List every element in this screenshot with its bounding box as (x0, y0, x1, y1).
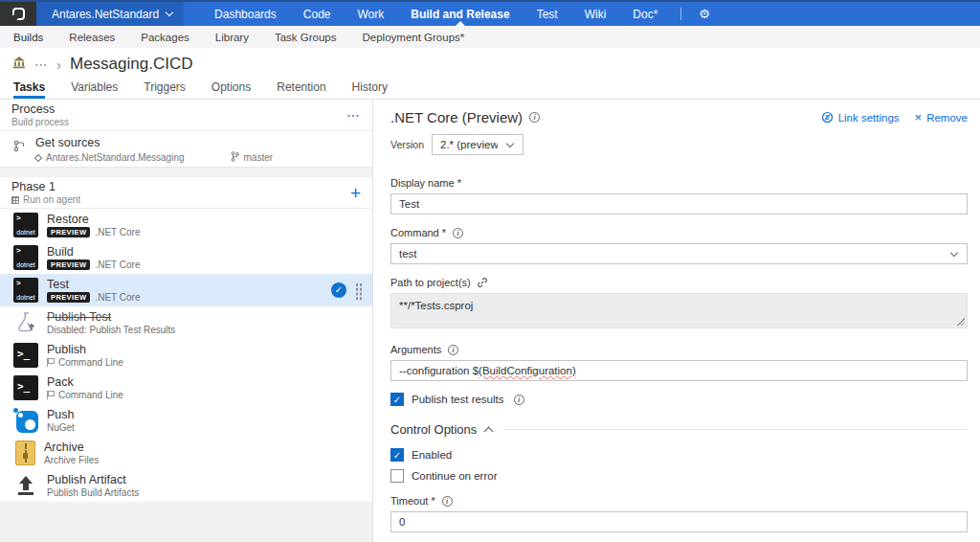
info-icon[interactable]: i (514, 395, 524, 405)
top-navigation-bar: Antares.NetStandard Dashboards Code Work… (0, 0, 980, 26)
link-settings-button[interactable]: Link settings (821, 111, 900, 124)
section-divider (503, 429, 968, 430)
command-label: Command * (390, 227, 446, 238)
source-control-icon (13, 139, 26, 156)
repository-name: Antares.NetStandard.Messaging (46, 152, 185, 163)
info-icon[interactable]: i (448, 345, 458, 355)
arguments-input[interactable]: --configuration $(BuildConfiguration) (390, 360, 968, 381)
task-row-build[interactable]: >dotnet Build PREVIEW .NET Core (0, 241, 372, 274)
task-title: Test (47, 278, 140, 291)
task-title: Restore (47, 213, 140, 226)
hub-deployment-groups[interactable]: Deployment Groups* (363, 32, 465, 43)
add-task-button[interactable]: + (350, 184, 361, 202)
tab-retention[interactable]: Retention (277, 80, 325, 99)
enabled-checkbox[interactable]: ✓ (390, 448, 404, 462)
timeout-input[interactable] (390, 511, 968, 532)
nav-code[interactable]: Code (290, 2, 345, 26)
hub-packages[interactable]: Packages (141, 32, 189, 43)
command-select[interactable]: test (390, 243, 968, 264)
hub-releases[interactable]: Releases (69, 32, 115, 43)
process-menu-icon[interactable]: ⋯ (346, 107, 361, 123)
link-icon (821, 111, 834, 124)
agent-icon (11, 196, 19, 204)
branch-name: master (244, 152, 274, 163)
tab-variables[interactable]: Variables (71, 80, 118, 99)
flag-icon (47, 358, 54, 367)
pipeline-outline-panel: Process Build process ⋯ Get sources Anta… (0, 100, 372, 542)
nav-divider (680, 8, 681, 20)
test-flask-icon (13, 310, 38, 335)
phase-node[interactable]: Phase 1 Run on agent + (0, 177, 372, 209)
hub-task-groups[interactable]: Task Groups (275, 32, 337, 43)
nav-work[interactable]: Work (344, 2, 397, 26)
hub-library[interactable]: Library (215, 32, 249, 43)
info-icon[interactable]: i (453, 228, 463, 238)
selected-check-icon: ✓ (331, 282, 346, 298)
nav-doc[interactable]: Doc* (619, 2, 671, 26)
gear-icon[interactable]: ⚙ (691, 2, 718, 26)
nav-test[interactable]: Test (523, 2, 571, 26)
task-title: Archive (44, 440, 99, 454)
publish-test-results-checkbox[interactable]: ✓ (390, 393, 404, 406)
resize-handle[interactable] (957, 318, 965, 326)
close-icon: × (915, 110, 923, 124)
path-label: Path to project(s) (390, 277, 471, 288)
task-row-publish-test[interactable]: Publish Test Disabled: Publish Test Resu… (0, 306, 372, 339)
hub-navigation: Builds Releases Packages Library Task Gr… (0, 26, 980, 48)
nav-build-and-release[interactable]: Build and Release (397, 2, 523, 26)
task-title: Build (47, 245, 140, 259)
project-switcher[interactable]: Antares.NetStandard (36, 2, 184, 26)
task-row-pack[interactable]: >_ Pack Command Line (0, 372, 372, 404)
chevron-down-icon (166, 9, 173, 16)
command-line-icon: >_ (13, 343, 38, 368)
top-nav-items: Dashboards Code Work Build and Release T… (201, 2, 671, 26)
task-row-publish-artifact[interactable]: Publish Artifact Publish Build Artifacts (0, 469, 372, 502)
control-options-section[interactable]: Control Options (390, 422, 968, 437)
tab-history[interactable]: History (352, 80, 388, 99)
arguments-label: Arguments (390, 344, 441, 355)
project-name: Antares.NetStandard (52, 8, 159, 21)
task-row-test[interactable]: >dotnet Test PREVIEW .NET Core ✓ (0, 274, 372, 306)
dotnet-icon: >dotnet (13, 213, 38, 237)
path-textarea[interactable]: **/*Tests.csproj (390, 293, 968, 328)
hub-builds[interactable]: Builds (13, 32, 43, 43)
task-row-publish[interactable]: >_ Publish Command Line (0, 339, 372, 372)
task-type: Command Line (58, 357, 123, 368)
task-type: Disabled: Publish Test Results (47, 325, 175, 335)
app-window: Antares.NetStandard Dashboards Code Work… (0, 0, 980, 542)
task-row-push[interactable]: Push NuGet (0, 404, 372, 437)
tab-triggers[interactable]: Triggers (144, 80, 186, 99)
task-row-archive[interactable]: Archive Archive Files (0, 437, 372, 469)
nav-wiki[interactable]: Wiki (571, 2, 620, 26)
display-name-label: Display name * (390, 177, 968, 189)
tab-tasks[interactable]: Tasks (13, 80, 45, 99)
nav-dashboards[interactable]: Dashboards (201, 2, 290, 26)
drag-handle[interactable] (355, 282, 363, 300)
task-row-restore[interactable]: >dotnet Restore PREVIEW .NET Core (0, 209, 372, 241)
tab-options[interactable]: Options (212, 80, 251, 99)
preview-badge: PREVIEW (47, 260, 90, 270)
get-sources-node[interactable]: Get sources Antares.NetStandard.Messagin… (0, 131, 372, 168)
breadcrumb-ellipsis[interactable]: ⋯ (34, 57, 48, 72)
control-options-label: Control Options (390, 422, 477, 437)
task-type: .NET Core (95, 260, 140, 270)
archive-zip-icon (15, 440, 35, 465)
continue-on-error-checkbox[interactable] (390, 469, 404, 483)
version-label: Version (390, 139, 424, 150)
info-icon[interactable]: i (529, 112, 540, 123)
task-settings-panel: .NET Core (Preview) i Link settings × Re… (372, 100, 980, 542)
task-title: Publish Test (47, 310, 175, 324)
vsts-logo[interactable] (0, 2, 36, 26)
branch-icon (231, 151, 239, 164)
process-subtitle: Build process (11, 117, 69, 127)
info-icon[interactable]: i (442, 496, 453, 507)
task-list: >dotnet Restore PREVIEW .NET Core >dotne… (0, 209, 372, 502)
breadcrumb: ⋯ › Messaging.CICD (0, 48, 980, 80)
task-type: Command Line (58, 390, 123, 400)
team-project-icon[interactable] (12, 56, 26, 73)
display-name-input[interactable] (390, 193, 968, 215)
process-node[interactable]: Process Build process ⋯ (0, 100, 372, 131)
task-title: Publish Artifact (47, 473, 139, 486)
version-select[interactable]: 2.* (preview) (432, 134, 523, 155)
remove-button[interactable]: × Remove (915, 110, 968, 124)
